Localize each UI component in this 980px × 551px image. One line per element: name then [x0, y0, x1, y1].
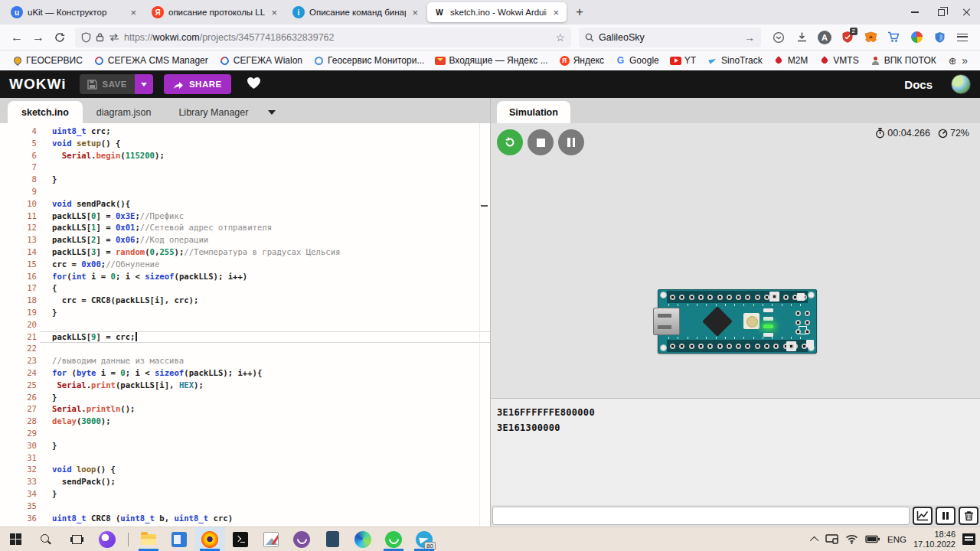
code-line[interactable]: 12packLLS[1] = 0x01;//Сетевой адрес отпр… [0, 222, 490, 234]
search-go-icon[interactable]: → [744, 31, 755, 44]
pin[interactable] [805, 311, 810, 316]
browser-tab[interactable]: uuKit — Конструктор× [5, 2, 144, 22]
tray-expand-icon[interactable] [810, 536, 818, 544]
code-line[interactable]: 8} [0, 174, 490, 186]
tab-close-icon[interactable]: × [551, 7, 560, 18]
pin[interactable] [717, 295, 723, 300]
code-line[interactable]: 24for (byte i = 0; i < sizeof(packLLS); … [0, 367, 490, 380]
save-button[interactable]: SAVE [80, 74, 134, 94]
pin[interactable] [783, 295, 789, 300]
plotter-button[interactable] [913, 507, 933, 525]
pin[interactable] [689, 344, 694, 349]
bookmark-item[interactable]: VMTS [813, 55, 864, 66]
pin[interactable] [805, 329, 810, 334]
pin[interactable] [745, 344, 750, 349]
code-line[interactable]: 36uint8_t CRC8 (uint8_t b, uint8_t crc) [0, 513, 490, 525]
code-line[interactable]: 18 crc = CRC8(packLLS[i], crc); [0, 295, 490, 307]
code-line[interactable]: 25 Serial.print(packLLS[i], HEX); [0, 380, 490, 392]
pin[interactable] [679, 295, 684, 300]
pause-button[interactable] [558, 129, 584, 155]
code-line[interactable]: 6 Serial.begin(115200); [0, 150, 490, 162]
bookmark-item[interactable]: СЕГЕЖА Wialon [214, 55, 308, 66]
code-line[interactable]: 28delay(3000); [0, 416, 490, 428]
pin[interactable] [755, 295, 760, 300]
code-line[interactable]: 5void setup() { [0, 138, 490, 150]
tab-close-icon[interactable]: × [410, 7, 420, 18]
code-line[interactable]: 17{ [0, 282, 490, 295]
pin[interactable] [764, 344, 769, 349]
menu-button[interactable] [952, 28, 972, 47]
reload-button[interactable] [49, 27, 70, 48]
pin[interactable] [764, 295, 769, 300]
bookmark-item[interactable]: Геосервис Монитори... [308, 55, 430, 66]
pin[interactable] [698, 344, 704, 349]
cart-extension-icon[interactable] [884, 28, 903, 47]
code-line[interactable]: 20 [0, 319, 490, 331]
bookmark-item[interactable]: Яндекс [554, 55, 609, 66]
alice-assistant-icon[interactable] [92, 527, 122, 551]
tab-simulation[interactable]: Simulation [497, 101, 570, 123]
tab-close-icon[interactable]: × [270, 7, 279, 18]
telegram-icon[interactable]: 80 [409, 527, 439, 551]
stop-button[interactable] [528, 129, 554, 155]
code-line[interactable]: 29 [0, 428, 490, 440]
code-line[interactable]: 33 sendPack(); [0, 476, 490, 488]
pin[interactable] [789, 344, 794, 349]
pin[interactable] [795, 311, 801, 316]
close-button[interactable] [954, 0, 980, 24]
vpn-shield-icon[interactable] [929, 28, 949, 47]
terminal-icon[interactable] [225, 527, 256, 551]
pinwheel-extension-icon[interactable] [906, 28, 926, 47]
action-center-icon[interactable] [962, 533, 975, 545]
code-line[interactable]: 16for(int i = 0; i < sizeof(packLLS); i+… [0, 271, 490, 283]
docs-link[interactable]: Docs [904, 78, 933, 91]
browser-tab[interactable]: Яописание протоколы LLS — Я× [145, 2, 285, 22]
bookmark-item[interactable]: Google [609, 55, 665, 66]
restore-button[interactable] [928, 0, 954, 24]
taskbar-search-button[interactable] [31, 527, 61, 551]
pin[interactable] [805, 320, 810, 325]
firefox-icon[interactable] [194, 527, 225, 551]
pin[interactable] [707, 295, 713, 300]
code-line[interactable]: 30} [0, 440, 490, 452]
downloads-icon[interactable] [792, 28, 812, 47]
code-line[interactable]: 10void sendPack(){ [0, 198, 490, 210]
restart-button[interactable] [497, 129, 523, 155]
calculator-icon[interactable] [317, 527, 348, 551]
bookmark-item[interactable]: M2M [768, 55, 814, 66]
bookmark-item[interactable]: СЕГЕЖА CMS Manager [88, 55, 214, 66]
serial-monitor[interactable]: 3E16FFFFFFE8000003E161300000 [491, 398, 980, 505]
pause-serial-button[interactable] [936, 507, 956, 525]
clear-serial-button[interactable] [959, 507, 978, 525]
pin[interactable] [745, 295, 750, 300]
code-line[interactable]: 7 [0, 161, 490, 174]
adblock-icon[interactable]: 2 [838, 28, 858, 47]
pin[interactable] [717, 344, 723, 349]
file-explorer-icon[interactable] [133, 527, 164, 551]
whatsapp-icon[interactable] [378, 527, 409, 551]
wifi-icon[interactable] [845, 534, 858, 544]
code-line[interactable]: 23//выводим данные из массива [0, 355, 490, 367]
new-tab-button[interactable]: + [568, 5, 591, 20]
arduino-nano-board[interactable] [658, 289, 817, 354]
language-indicator[interactable]: ENG [887, 535, 906, 544]
taskbar-clock[interactable]: 18:46 17.10.2022 [913, 530, 956, 549]
url-bar[interactable]: https://wokwi.com/projects/3457741866328… [75, 28, 571, 47]
search-input[interactable] [599, 32, 740, 43]
pin[interactable] [727, 295, 732, 300]
forward-button[interactable]: → [28, 27, 49, 48]
code-line[interactable]: 19} [0, 307, 490, 319]
pin[interactable] [727, 344, 732, 349]
editor-tab-diagram-json[interactable]: diagram.json [83, 102, 165, 123]
pin[interactable] [670, 344, 675, 349]
task-view-button[interactable] [61, 527, 92, 551]
tab-close-icon[interactable]: × [129, 7, 138, 18]
code-line[interactable]: 4uint8_t crc; [0, 126, 490, 138]
avatar[interactable] [951, 74, 971, 94]
pin[interactable] [698, 295, 704, 300]
bookmark-item[interactable]: ГЕОСЕРВИС [6, 55, 88, 66]
simulation-canvas[interactable]: 00:04.266 72% [491, 123, 980, 398]
editor-tabs-dropdown-icon[interactable] [268, 110, 276, 115]
code-line[interactable]: 21packLLS[9] = crc; [0, 331, 490, 344]
code-line[interactable]: 31 [0, 452, 490, 465]
